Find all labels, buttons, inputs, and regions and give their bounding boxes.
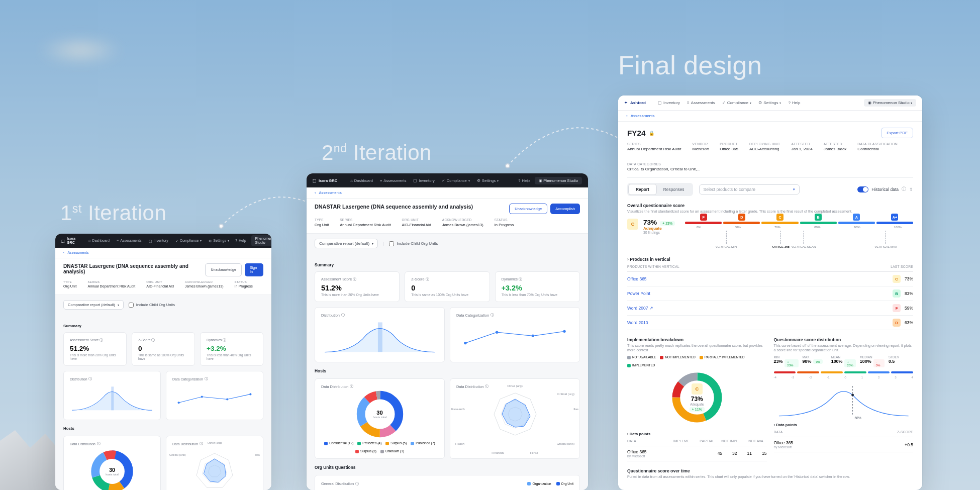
tab-responses[interactable]: Responses	[656, 184, 692, 194]
categorization-chart: Data Categorization ⓘ	[450, 307, 580, 362]
signin-button[interactable]: Sign In	[245, 263, 263, 276]
donut-chart: Data Distribution ⓘ 30hosts total Confid…	[63, 436, 161, 490]
page-title: DNASTAR Lasergene (DNA sequence assembly…	[63, 263, 205, 274]
nav-assessments[interactable]: ≡ Assessments	[117, 239, 141, 243]
tenant-badge[interactable]: ◉ Phenomenon Studio ▾	[864, 99, 916, 107]
nav-settings[interactable]: ⚙ Settings ▾	[209, 239, 229, 243]
label-final: Final design	[618, 50, 762, 80]
svg-point-22	[563, 330, 565, 333]
nav-settings[interactable]: ⚙ Settings ▾	[758, 101, 781, 105]
stat-card: Dynamics ⓘ+3.2%This is less than 40% Org…	[200, 332, 263, 366]
svg-marker-17	[204, 459, 226, 482]
meta-item: ACKNOWLEDGEDJames Brown (james13)	[185, 280, 224, 288]
nav-compliance[interactable]: ✓ Compliance ▾	[722, 101, 752, 105]
nav-compliance[interactable]: ✓ Compliance ▾	[175, 239, 202, 243]
report-select[interactable]: Comparative report (default) ▾	[315, 239, 378, 248]
svg-point-20	[496, 331, 498, 333]
lock-icon: 🔒	[649, 130, 654, 136]
meta-item: STATUSIn Progress	[495, 218, 514, 227]
legend-item: IMPLEMENTED	[627, 363, 655, 367]
stat-card: Dynamics ⓘ+3.2%This is less than 70% Org…	[495, 271, 580, 302]
donut-chart: Data Distribution ⓘ 30hosts total Confid…	[315, 378, 445, 459]
nav-assessments[interactable]: ≡ Assessments	[687, 101, 715, 105]
compare-select[interactable]: Select products to compare ▾	[699, 184, 800, 194]
svg-point-19	[464, 342, 466, 344]
radar-chart: Data Distribution ⓘ Other (org) Ilas Fer…	[166, 436, 263, 490]
overall-change: + 23%	[660, 221, 675, 226]
brand: ✦ Ashford	[624, 101, 646, 105]
impl-heading: Implementation breakdown	[627, 337, 767, 342]
meta-item: ACKNOWLEDGEDJames Brown (james13)	[442, 218, 483, 227]
meta-item: SERIESAnnual Department Risk Audit	[87, 280, 135, 288]
meta-item: ATTESTEDJames Black	[824, 142, 847, 151]
meta-item: ORG UNITAID-Financial Aid	[402, 218, 431, 227]
bars-chart: General Distribution ⓘ OrganizationOrg U…	[315, 475, 580, 490]
distribution-chart: Distribution ⓘ	[315, 307, 445, 362]
connector-2-3	[503, 116, 633, 181]
products-heading: › Products in vertical	[627, 257, 913, 262]
nav-help[interactable]: ? Help	[788, 101, 800, 105]
legend-item: NOT AVAILABLE	[627, 355, 656, 359]
product-row[interactable]: Word 2007 ↗F59%	[627, 301, 913, 316]
legend-item: Org Unit	[556, 482, 573, 486]
share-icon[interactable]: ⇪	[909, 187, 913, 192]
historical-data-toggle[interactable]	[857, 186, 868, 192]
page-title: DNASTAR Lasergene (DNA sequence assembly…	[315, 204, 473, 210]
historical-data-label: Historical data	[871, 187, 899, 192]
svg-point-38	[851, 394, 854, 397]
overall-status: Adequate	[643, 226, 675, 231]
legend-item: NOT IMPLEMENTED	[660, 355, 695, 359]
nav-bar: ⬚ Isora GRC ⌂ Dashboard ≡ Assessments ▢ …	[55, 234, 271, 248]
legend-item: Surplus (5)	[385, 441, 407, 445]
info-icon[interactable]: ⓘ	[902, 186, 906, 192]
include-children-checkbox[interactable]: Include Child Org Units	[129, 303, 175, 308]
meta-item: ORG UNITAID-Financial Aid	[146, 280, 174, 288]
stat-card: Assessment Score ⓘ51.2%This is more than…	[63, 332, 127, 366]
meta-item: VENDORMicrosoft	[693, 142, 709, 151]
findings-text: 30 findings	[643, 231, 675, 234]
legend-item: Confidential (12)	[324, 441, 353, 445]
nav-compliance[interactable]: ✓ Compliance ▾	[442, 178, 470, 183]
label-iteration-2: 2nd Iteration	[322, 141, 432, 165]
page-title: FY24 🔒	[627, 129, 654, 138]
nav-assessments[interactable]: ≡ Assessments	[380, 178, 407, 183]
export-pdf-button[interactable]: Export PDF	[881, 128, 913, 138]
nav-inventory[interactable]: ▢ Inventory	[658, 101, 680, 105]
hosts-heading: Hosts	[63, 426, 263, 431]
meta-item: DATA CATEGORIESCritical to Organization,…	[627, 162, 700, 171]
meta-item: PRODUCTOffice 365	[720, 142, 738, 151]
nav-inventory[interactable]: ▢ Inventory	[413, 178, 434, 183]
accomplish-button[interactable]: Accomplish	[550, 204, 580, 214]
report-select[interactable]: Comparative report (default) ▾	[63, 300, 124, 310]
legend-item: Unknown (1)	[380, 449, 404, 453]
overall-pct: 73%	[643, 219, 657, 226]
distribution-chart: Distribution ⓘ	[63, 371, 161, 420]
product-row[interactable]: Word 2010D63%	[627, 316, 913, 330]
unacknowledge-button[interactable]: Unacknowledge	[205, 263, 242, 276]
iteration-1-mockup: ⬚ Isora GRC ⌂ Dashboard ≡ Assessments ▢ …	[55, 234, 271, 490]
iteration-2-mockup: ⬚ Isora GRC ⌂ Dashboard ≡ Assessments ▢ …	[307, 173, 588, 490]
nav-dashboard[interactable]: ⌂ Dashboard	[88, 239, 110, 243]
nav-settings[interactable]: ⚙ Settings ▾	[477, 178, 499, 183]
nav-dashboard[interactable]: ⌂ Dashboard	[350, 178, 373, 183]
overall-grade-badge: C	[627, 219, 638, 230]
tenant-badge[interactable]: ◉ Phenomenon Studio	[535, 177, 582, 184]
breadcrumb[interactable]: ‹ Assessments	[307, 187, 588, 199]
include-children-checkbox[interactable]: Include Child Org Units	[389, 241, 438, 246]
meta-item: STATUSIn Progress	[235, 280, 253, 288]
nav-help[interactable]: ? Help	[235, 239, 246, 243]
meta-item: DEPLOYING UNITACC-Accounting	[749, 142, 780, 151]
product-row[interactable]: Office 365C73%	[627, 272, 913, 286]
product-row[interactable]: Power PointB83%	[627, 286, 913, 301]
nav-help[interactable]: ? Help	[518, 178, 530, 183]
legend-item: PARTIALLY IMPLEMENTED	[700, 355, 745, 359]
tenant-badge[interactable]: Phenomenon Studio	[251, 235, 271, 246]
breadcrumb[interactable]: ‹ Assessments	[55, 248, 271, 258]
nav-bar: ✦ Ashford ▢ Inventory ≡ Assessments ✓ Co…	[618, 95, 922, 111]
breadcrumb[interactable]: ‹ Assessments	[618, 111, 922, 122]
label-iteration-1: 1st Iteration	[60, 201, 166, 225]
unacknowledge-button[interactable]: Unacknowledge	[509, 204, 547, 214]
nav-inventory[interactable]: ▢ Inventory	[149, 239, 168, 243]
tab-report[interactable]: Report	[629, 184, 656, 194]
final-design-mockup: ✦ Ashford ▢ Inventory ≡ Assessments ✓ Co…	[618, 95, 922, 490]
